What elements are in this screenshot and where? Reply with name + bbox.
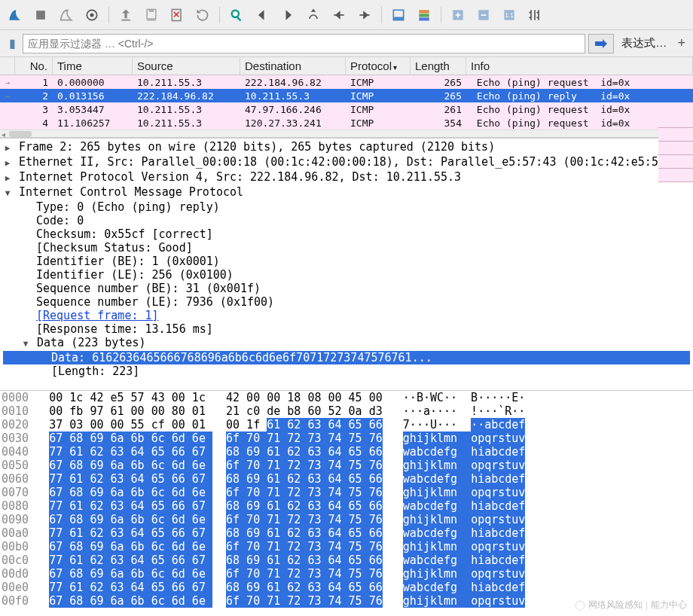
- hex-line[interactable]: 0080 77 61 62 63 64 65 66 67 68 69 61 62…: [0, 499, 693, 513]
- autoscroll-icon[interactable]: [388, 5, 409, 26]
- zoom-reset-icon[interactable]: 1:1: [499, 5, 520, 26]
- hex-line[interactable]: 0000 00 1c 42 e5 57 43 00 1c 42 00 00 18…: [0, 391, 693, 404]
- expander-expanded-icon[interactable]: ▼: [3, 187, 12, 200]
- expression-button[interactable]: 表达式…: [617, 36, 671, 50]
- packet-details-pane[interactable]: ▶ Frame 2: 265 bytes on wire (2120 bits)…: [0, 138, 693, 391]
- hex-line[interactable]: 00b0 67 68 69 6a 6b 6c 6d 6e 6f 70 71 72…: [0, 540, 693, 553]
- options-icon[interactable]: [81, 5, 102, 26]
- expander-collapsed-icon[interactable]: ▶: [3, 142, 12, 155]
- icmp-data-header[interactable]: Data (223 bytes): [37, 336, 146, 349]
- colorize-icon[interactable]: [414, 5, 435, 26]
- resize-columns-icon[interactable]: [524, 5, 545, 26]
- restart-capture-icon[interactable]: [56, 5, 77, 26]
- icmp-data-value[interactable]: Data: 6162636465666768696a6b6c6d6e6f7071…: [3, 351, 690, 364]
- svg-rect-15: [419, 10, 429, 13]
- hex-line[interactable]: 00c0 77 61 62 63 64 65 66 67 68 69 61 62…: [0, 553, 693, 567]
- find-icon[interactable]: [226, 5, 247, 26]
- col-no[interactable]: No.: [15, 57, 53, 75]
- zoom-out-icon[interactable]: [473, 5, 494, 26]
- icmp-data-length[interactable]: [Length: 223]: [3, 364, 690, 378]
- stop-capture-icon[interactable]: [30, 5, 51, 26]
- packet-list-pane: No. Time Source Destination Protocol▾ Le…: [0, 57, 693, 138]
- main-toolbar: 1:1: [0, 0, 693, 30]
- icmp-summary[interactable]: Internet Control Message Protocol: [19, 185, 243, 199]
- packet-row[interactable]: ←20.013156222.184.96.8210.211.55.3ICMP26…: [0, 89, 693, 102]
- icmp-code[interactable]: Code: 0: [3, 214, 690, 227]
- hex-line[interactable]: 00e0 77 61 62 63 64 65 66 67 68 69 61 62…: [0, 581, 693, 594]
- packet-list-header[interactable]: No. Time Source Destination Protocol▾ Le…: [0, 57, 693, 75]
- icmp-type[interactable]: Type: 0 (Echo (ping) reply): [3, 200, 690, 214]
- svg-rect-5: [149, 9, 154, 11]
- reload-icon[interactable]: [192, 5, 213, 26]
- go-last-icon[interactable]: [354, 5, 375, 26]
- hex-line[interactable]: 0050 67 68 69 6a 6b 6c 6d 6e 6f 70 71 72…: [0, 459, 693, 472]
- packet-minimap[interactable]: [658, 114, 693, 182]
- expander-expanded-icon[interactable]: ▼: [21, 337, 30, 351]
- open-file-icon[interactable]: [115, 5, 136, 26]
- ip-summary[interactable]: Internet Protocol Version 4, Src: 222.18…: [19, 170, 461, 184]
- go-back-icon[interactable]: [252, 5, 273, 26]
- packet-row[interactable]: →10.00000010.211.55.3222.184.96.82ICMP26…: [0, 75, 693, 89]
- svg-rect-6: [147, 19, 156, 20]
- svg-rect-0: [36, 11, 45, 20]
- hex-line[interactable]: 0020 37 03 00 00 55 cf 00 01 00 1f 61 62…: [0, 418, 693, 432]
- svg-rect-14: [393, 17, 403, 20]
- zoom-in-icon[interactable]: [447, 5, 469, 26]
- icmp-seq-be[interactable]: Sequence number (BE): 31 (0x001f): [3, 282, 690, 295]
- response-time[interactable]: [Response time: 13.156 ms]: [3, 322, 690, 336]
- close-file-icon[interactable]: [166, 5, 188, 26]
- jump-icon[interactable]: [303, 5, 324, 26]
- horizontal-scrollbar[interactable]: ◂ ▸: [0, 130, 693, 137]
- svg-rect-16: [419, 14, 429, 17]
- apply-filter-icon[interactable]: [588, 34, 614, 53]
- hex-line[interactable]: 0060 77 61 62 63 64 65 66 67 68 69 61 62…: [0, 472, 693, 486]
- svg-point-9: [233, 11, 238, 17]
- col-source[interactable]: Source: [133, 57, 240, 75]
- hex-line[interactable]: 0010 00 fb 97 61 00 00 80 01 21 c0 de b8…: [0, 404, 693, 418]
- icmp-id-le[interactable]: Identifier (LE): 256 (0x0100): [3, 268, 690, 282]
- svg-rect-12: [359, 14, 369, 16]
- col-time[interactable]: Time: [53, 57, 133, 75]
- display-filter-bar: ▮ 表达式… +: [0, 30, 693, 57]
- col-destination[interactable]: Destination: [240, 57, 346, 75]
- go-first-icon[interactable]: [328, 5, 350, 26]
- svg-rect-11: [334, 14, 343, 16]
- hex-line[interactable]: 00d0 67 68 69 6a 6b 6c 6d 6e 6f 70 71 72…: [0, 567, 693, 581]
- svg-rect-3: [121, 19, 130, 20]
- svg-rect-17: [419, 17, 429, 20]
- packet-row[interactable]: 33.05344710.211.55.347.97.166.246ICMP261…: [0, 102, 693, 116]
- display-filter-input[interactable]: [23, 34, 585, 53]
- hex-line[interactable]: 00a0 77 61 62 63 64 65 66 67 68 69 61 62…: [0, 526, 693, 540]
- packet-row[interactable]: 411.10625710.211.55.3120.27.33.241ICMP35…: [0, 116, 693, 130]
- col-protocol[interactable]: Protocol▾: [346, 57, 411, 75]
- request-frame-link[interactable]: [Request frame: 1]: [36, 309, 159, 322]
- icmp-checksum-status[interactable]: [Checksum Status: Good]: [3, 241, 690, 255]
- chevron-down-icon: ▾: [393, 63, 397, 72]
- packet-bytes-pane[interactable]: 0000 00 1c 42 e5 57 43 00 1c 42 00 00 18…: [0, 391, 693, 616]
- hex-line[interactable]: 0030 67 68 69 6a 6b 6c 6d 6e 6f 70 71 72…: [0, 432, 693, 445]
- hex-line[interactable]: 00f0 67 68 69 6a 6b 6c 6d 6e 6f 70 71 72…: [0, 594, 693, 608]
- svg-text:1:1: 1:1: [505, 11, 514, 19]
- go-forward-icon[interactable]: [277, 5, 298, 26]
- expander-collapsed-icon[interactable]: ▶: [3, 172, 12, 185]
- hex-line[interactable]: 0040 77 61 62 63 64 65 66 67 68 69 61 62…: [0, 445, 693, 459]
- icmp-seq-le[interactable]: Sequence number (LE): 7936 (0x1f00): [3, 295, 690, 309]
- svg-point-2: [90, 13, 94, 17]
- frame-summary[interactable]: Frame 2: 265 bytes on wire (2120 bits), …: [19, 140, 495, 154]
- col-length[interactable]: Length: [411, 57, 466, 75]
- hex-line[interactable]: 0090 67 68 69 6a 6b 6c 6d 6e 6f 70 71 72…: [0, 513, 693, 526]
- col-info[interactable]: Info: [466, 57, 693, 75]
- icmp-id-be[interactable]: Identifier (BE): 1 (0x0001): [3, 255, 690, 268]
- bookmark-icon[interactable]: ▮: [5, 36, 20, 50]
- icmp-checksum[interactable]: Checksum: 0x55cf [correct]: [3, 227, 690, 241]
- hex-line[interactable]: 0070 67 68 69 6a 6b 6c 6d 6e 6f 70 71 72…: [0, 486, 693, 499]
- shark-fin-icon[interactable]: [5, 5, 26, 26]
- save-file-icon[interactable]: [141, 5, 162, 26]
- expander-collapsed-icon[interactable]: ▶: [3, 157, 12, 170]
- ethernet-summary[interactable]: Ethernet II, Src: Parallel_00:00:18 (00:…: [19, 155, 692, 169]
- add-filter-button[interactable]: +: [674, 35, 688, 51]
- svg-rect-10: [237, 16, 241, 20]
